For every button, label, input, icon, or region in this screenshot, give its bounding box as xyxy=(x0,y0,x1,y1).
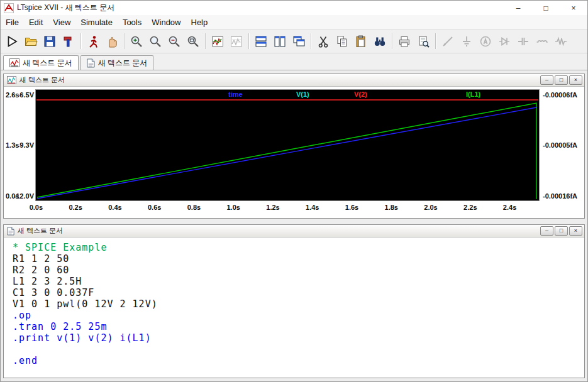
minimize-button[interactable]: – xyxy=(540,226,553,236)
ltspice-logo-icon xyxy=(4,3,14,13)
menu-simulate[interactable]: Simulate xyxy=(75,16,118,28)
tile-horizontal-icon[interactable] xyxy=(252,32,270,51)
plot-settings-icon[interactable] xyxy=(208,32,227,51)
find-icon[interactable] xyxy=(370,32,389,51)
paste-icon[interactable] xyxy=(352,32,370,51)
minimize-button[interactable]: – xyxy=(540,75,553,85)
tab-label: 새 텍스트 문서 xyxy=(23,58,72,68)
legend-il1[interactable]: I(L1) xyxy=(466,90,480,98)
x-tick-label: 0.2s xyxy=(56,204,96,211)
menubar: File Edit View Simulate Tools Window Hel… xyxy=(1,15,587,30)
y-axis-voltage-label: -9.3V xyxy=(11,141,34,149)
close-button[interactable]: × xyxy=(560,1,587,15)
minimize-button[interactable]: – xyxy=(504,1,532,15)
y-axis-current-label: -0.00016fA xyxy=(543,192,584,200)
zoom-full-extents-icon[interactable] xyxy=(184,32,202,51)
menu-tools[interactable]: Tools xyxy=(118,16,147,28)
legend-v2[interactable]: V(2) xyxy=(354,90,367,98)
x-tick-label: 0.0s xyxy=(16,204,56,211)
print-preview-icon[interactable] xyxy=(414,32,433,51)
waveform-window-titlebar[interactable]: 새 텍스트 문서 – □ × xyxy=(4,74,584,87)
code-line[interactable] xyxy=(13,344,584,355)
code-line[interactable]: .print v(1) v(2) i(L1) xyxy=(13,332,584,344)
window-title: LTspice XVII - 새 텍스트 문서 xyxy=(17,3,114,13)
close-button[interactable]: × xyxy=(569,226,582,236)
code-line[interactable]: .op xyxy=(13,310,584,321)
zoom-in-icon[interactable] xyxy=(127,32,146,51)
open-icon[interactable] xyxy=(21,32,40,51)
waveform-window-title: 새 텍스트 문서 xyxy=(19,75,65,85)
waveform-window-controls: – □ × xyxy=(540,75,582,85)
tile-vertical-icon[interactable] xyxy=(270,32,289,51)
tabbar: 새 텍스트 문서 새 텍스트 문서 xyxy=(1,53,587,70)
document-icon xyxy=(7,227,14,236)
x-tick-label: 1.0s xyxy=(214,204,253,211)
toolbar-separator xyxy=(205,33,206,49)
cut-icon[interactable] xyxy=(314,32,333,51)
plot-area[interactable]: time V(1) V(2) I(L1) xyxy=(35,89,540,201)
maximize-button[interactable]: □ xyxy=(532,1,560,15)
tab-label: 새 텍스트 문서 xyxy=(98,58,148,68)
capacitor-icon xyxy=(514,32,533,51)
code-line[interactable]: * SPICE Example xyxy=(13,242,584,253)
x-tick-label: 1.2s xyxy=(253,204,293,211)
x-tick-label: 2.4s xyxy=(490,204,530,211)
print-icon[interactable] xyxy=(395,32,414,51)
menu-help[interactable]: Help xyxy=(186,16,213,28)
toolbar-separator xyxy=(124,33,125,49)
tab-waveform-document[interactable]: 새 텍스트 문서 xyxy=(3,55,79,70)
run-icon[interactable] xyxy=(3,32,21,51)
code-line[interactable]: L1 2 3 2.5H xyxy=(13,276,584,287)
control-panel-icon[interactable] xyxy=(59,32,78,51)
x-tick-label: 2.0s xyxy=(411,204,451,211)
x-tick-label: 0.8s xyxy=(174,204,214,211)
x-axis-labels: 0.0s 0.2s 0.4s 0.6s 0.8s 1.0s 1.2s 1.4s … xyxy=(16,204,530,211)
close-button[interactable]: × xyxy=(569,75,582,85)
y-axis-voltage-label: -6.5V xyxy=(11,91,34,99)
mdi-area: 새 텍스트 문서 – □ × 2.6s 1.3s 0.0s -6.5V -9.3… xyxy=(1,70,587,382)
code-line[interactable]: R2 2 0 60 xyxy=(13,265,584,276)
x-tick-label: 0.6s xyxy=(135,204,174,211)
plot-client: 2.6s 1.3s 0.0s -6.5V -9.3V -12.0V -0.000… xyxy=(4,87,584,218)
code-line[interactable]: .tran 0 2.5 25m xyxy=(13,321,584,332)
y-axis-voltage-label: -12.0V xyxy=(11,192,34,200)
inductor-icon xyxy=(533,32,552,51)
zoom-back-icon[interactable] xyxy=(146,32,165,51)
window-controls: – □ × xyxy=(504,1,587,15)
tab-text-document[interactable]: 새 텍스트 문서 xyxy=(80,55,154,70)
menu-file[interactable]: File xyxy=(1,16,24,28)
plot-pane-icon[interactable] xyxy=(227,32,246,51)
menu-window[interactable]: Window xyxy=(147,16,186,28)
run-simulation-icon[interactable] xyxy=(84,32,103,51)
code-line[interactable]: R1 1 2 50 xyxy=(13,253,584,265)
restore-button[interactable]: □ xyxy=(555,226,568,236)
netlist-window: 새 텍스트 문서 – □ × * SPICE Example R1 1 2 50… xyxy=(3,224,585,378)
ltspice-window: LTspice XVII - 새 텍스트 문서 – □ × File Edit … xyxy=(0,0,588,382)
code-line[interactable]: C1 3 0 0.037F xyxy=(13,287,584,298)
netlist-window-controls: – □ × xyxy=(540,226,582,236)
x-tick-label: 1.4s xyxy=(292,204,332,211)
legend-time[interactable]: time xyxy=(228,90,243,98)
code-line[interactable]: .end xyxy=(13,355,584,366)
menu-edit[interactable]: Edit xyxy=(24,16,48,28)
netlist-window-titlebar[interactable]: 새 텍스트 문서 – □ × xyxy=(4,225,584,237)
restore-button[interactable]: □ xyxy=(555,75,568,85)
copy-icon[interactable] xyxy=(333,32,352,51)
x-tick-label: 1.6s xyxy=(332,204,372,211)
halt-icon[interactable] xyxy=(103,32,121,51)
cascade-windows-icon[interactable] xyxy=(289,32,308,51)
x-tick-label: 0.4s xyxy=(96,204,135,211)
ground-icon xyxy=(457,32,476,51)
code-line[interactable]: V1 0 1 pwl(0 12V 2 12V) xyxy=(13,298,584,310)
save-icon[interactable] xyxy=(40,32,59,51)
menu-view[interactable]: View xyxy=(48,16,75,28)
toolbar-separator xyxy=(311,33,311,49)
netlist-editor[interactable]: * SPICE Example R1 1 2 50 R2 2 0 60 L1 2… xyxy=(4,237,584,378)
resistor-icon xyxy=(552,32,570,51)
legend-v1[interactable]: V(1) xyxy=(296,90,309,98)
waveform-icon xyxy=(9,58,19,67)
zoom-out-icon[interactable] xyxy=(165,32,184,51)
document-icon xyxy=(87,58,95,68)
toolbar-separator xyxy=(248,33,249,49)
toolbar-separator xyxy=(392,33,392,49)
